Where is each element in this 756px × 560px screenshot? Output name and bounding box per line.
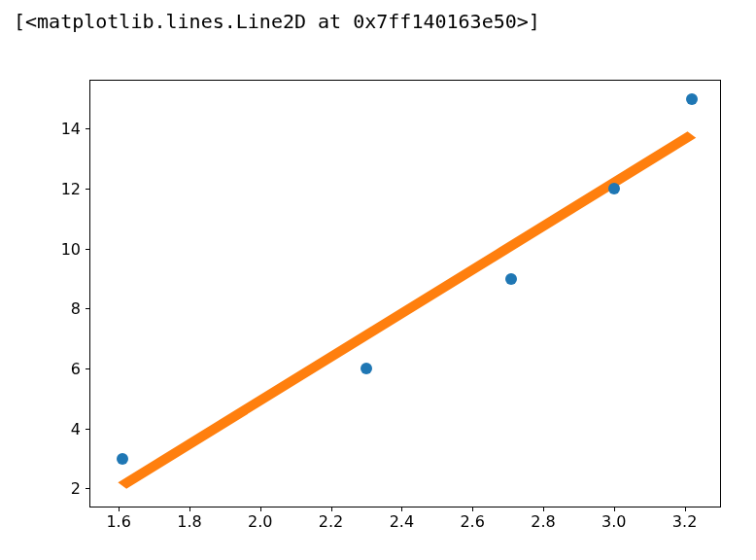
scatter-point [608, 183, 620, 194]
axes: 1.61.82.02.22.42.62.83.03.22468101214 [89, 80, 721, 508]
y-tick-mark [86, 368, 90, 369]
y-tick-label: 6 [71, 360, 81, 378]
x-tick-label: 2.6 [460, 512, 484, 531]
y-tick-mark [86, 128, 90, 129]
x-tick-mark [331, 507, 332, 511]
x-tick-mark [543, 507, 544, 511]
x-tick-mark [119, 507, 120, 511]
y-tick-label: 12 [61, 180, 81, 198]
repr-text: [<matplotlib.lines.Line2D at 0x7ff140163… [0, 10, 756, 33]
y-tick-mark [86, 189, 90, 190]
notebook-output: [<matplotlib.lines.Line2D at 0x7ff140163… [0, 0, 756, 560]
x-tick-mark [260, 507, 261, 511]
y-tick-label: 4 [71, 419, 81, 438]
matplotlib-figure: 1.61.82.02.22.42.62.83.03.22468101214 [0, 54, 756, 560]
y-tick-mark [86, 249, 90, 250]
x-tick-label: 1.8 [177, 512, 201, 531]
x-tick-label: 1.6 [106, 512, 130, 531]
x-tick-mark [401, 507, 402, 511]
x-tick-label: 3.0 [601, 512, 626, 531]
x-tick-mark [685, 507, 686, 511]
x-tick-label: 2.8 [531, 512, 555, 531]
scatter-point [686, 93, 698, 105]
fit-line [90, 81, 720, 507]
y-tick-label: 2 [71, 479, 81, 498]
scatter-point [117, 453, 128, 465]
y-tick-label: 8 [71, 299, 81, 318]
plot-area [90, 81, 720, 507]
x-tick-label: 2.2 [319, 512, 343, 531]
x-tick-mark [472, 507, 473, 511]
x-tick-label: 3.2 [672, 512, 697, 531]
y-tick-mark [86, 488, 90, 489]
scatter-point [505, 273, 517, 285]
x-tick-label: 2.4 [390, 512, 414, 531]
y-tick-mark [86, 308, 90, 309]
scatter-point [361, 363, 372, 374]
x-tick-mark [189, 507, 190, 511]
y-tick-mark [86, 429, 90, 430]
y-tick-label: 14 [61, 120, 81, 138]
x-tick-mark [614, 507, 615, 511]
x-tick-label: 2.0 [248, 512, 272, 531]
y-tick-label: 10 [61, 239, 81, 258]
